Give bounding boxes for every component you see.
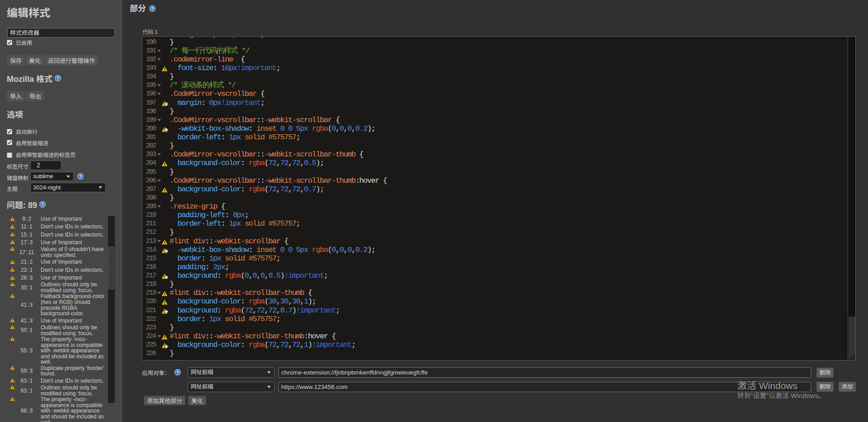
svg-text:?: ?: [79, 174, 82, 179]
svg-text:?: ?: [151, 6, 154, 11]
svg-text:?: ?: [41, 202, 44, 207]
svg-text:?: ?: [57, 76, 59, 81]
svg-text:?: ?: [176, 370, 179, 375]
